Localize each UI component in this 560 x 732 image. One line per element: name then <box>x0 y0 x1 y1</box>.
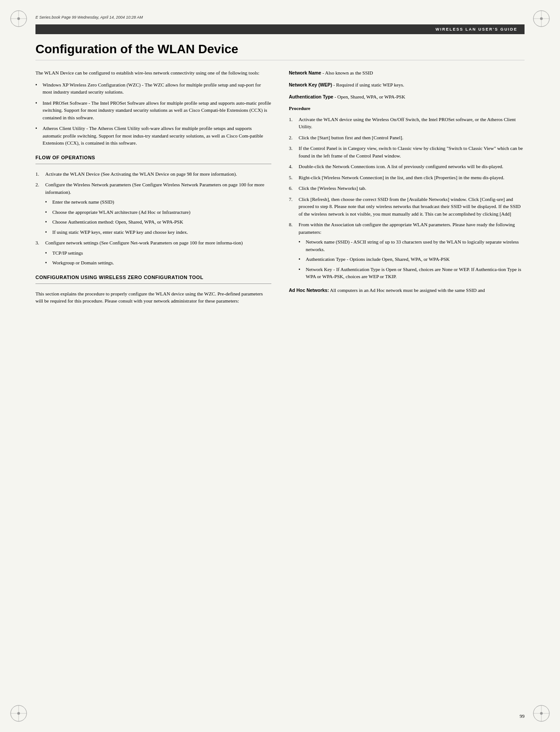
page-number: 99 <box>520 713 525 719</box>
list-item: Atheros Client Utility - The Atheros Cli… <box>35 125 271 147</box>
list-item: Click the [Start] button first and then … <box>289 134 525 142</box>
flow-heading: FLOW OF OPERATIONS <box>35 155 271 160</box>
param-auth-type: Authentication Type - Open, Shared, WPA,… <box>289 93 525 101</box>
list-item: Configure the Wireless Network parameter… <box>35 181 271 236</box>
param-text-network-key: - Required if using static WEP keys. <box>332 82 404 87</box>
param-network-key: Network Key (WEP) - Required if using st… <box>289 81 525 89</box>
param-term-auth-type: Authentication Type <box>289 94 333 99</box>
section-rule <box>35 164 271 164</box>
list-item: Click the [Wireless Networks] tab. <box>289 185 525 192</box>
corner-decoration-bl <box>8 703 29 724</box>
header-title: WIreless LAN User's Guide <box>435 27 517 31</box>
step8-sublist: Network name (SSID) - ASCII string of up… <box>299 238 525 280</box>
procedure-steps-list: Activate the WLAN device using the Wirel… <box>289 116 525 280</box>
list-item: Right-click [Wireless Network Connection… <box>289 174 525 181</box>
param-term-network-key: Network Key (WEP) <box>289 82 332 87</box>
list-item: Choose the appropriate WLAN architecture… <box>45 209 271 216</box>
list-item: If using static WEP keys, enter static W… <box>45 228 271 236</box>
book-info: E Series.book Page 99 Wednesday, April 1… <box>35 15 525 20</box>
flow-step2-sublist: Enter the network name (SSID) Choose the… <box>45 198 271 236</box>
tools-list: Windows XP Wireless Zero Configuration (… <box>35 81 271 147</box>
param-text-auth-type: - Open, Shared, WPA, or WPA-PSK <box>333 94 405 99</box>
page: E Series.book Page 99 Wednesday, April 1… <box>0 0 560 732</box>
corner-decoration-tr <box>531 8 552 29</box>
config-intro: This section explains the procedure to p… <box>35 290 271 305</box>
list-item: Configure network settings (See Configur… <box>35 239 271 267</box>
config-heading: CONFIGURATION USING WIRELESS ZERO CONFIG… <box>35 275 271 280</box>
list-item: Authentication Type - Options include Op… <box>299 256 525 263</box>
right-column: Network Name - Also known as the SSID Ne… <box>289 69 525 309</box>
list-item: Enter the network name (SSID) <box>45 198 271 206</box>
list-item: Activate the WLAN Device (See Activating… <box>35 170 271 178</box>
adhoc-text: All computers in an Ad Hoc network must … <box>329 287 485 293</box>
adhoc-paragraph: Ad Hoc Networks: All computers in an Ad … <box>289 287 525 294</box>
adhoc-term: Ad Hoc Networks: <box>289 287 329 293</box>
procedure-label: Procedure <box>289 105 525 112</box>
param-text-network-name: - Also known as the SSID <box>321 70 373 75</box>
section-rule-2 <box>35 283 271 284</box>
header-bar: WIreless LAN User's Guide <box>35 24 525 34</box>
corner-decoration-tl <box>8 8 29 29</box>
two-column-layout: The WLAN Device can be configured to est… <box>35 69 525 309</box>
list-item: TCP/IP settings <box>45 249 271 257</box>
page-title: Configuration of the WLAN Device <box>35 42 525 60</box>
flow-steps-list: Activate the WLAN Device (See Activating… <box>35 170 271 267</box>
list-item: Choose Authentication method: Open, Shar… <box>45 218 271 226</box>
list-item: Double-click the Network Connections ico… <box>289 163 525 170</box>
list-item: Click [Refresh], then choose the correct… <box>289 196 525 218</box>
list-item: Network name (SSID) - ASCII string of up… <box>299 238 525 253</box>
list-item: From within the Association tab configur… <box>289 221 525 280</box>
param-term-network-name: Network Name <box>289 70 321 75</box>
list-item: Intel PROSet Software - The Intel PROSet… <box>35 99 271 122</box>
left-column: The WLAN Device can be configured to est… <box>35 69 271 309</box>
list-item: Network Key - If Authentication Type is … <box>299 266 525 280</box>
param-network-name: Network Name - Also known as the SSID <box>289 69 525 77</box>
list-item: Workgroup or Domain settings. <box>45 259 271 267</box>
content-area: Configuration of the WLAN Device The WLA… <box>35 42 525 697</box>
list-item: Windows XP Wireless Zero Configuration (… <box>35 81 271 96</box>
list-item: Activate the WLAN device using the Wirel… <box>289 116 525 130</box>
list-item: If the Control Panel is in Category view… <box>289 145 525 159</box>
corner-decoration-br <box>531 703 552 724</box>
flow-step3-sublist: TCP/IP settings Workgroup or Domain sett… <box>45 249 271 267</box>
intro-paragraph: The WLAN Device can be configured to est… <box>35 69 271 77</box>
